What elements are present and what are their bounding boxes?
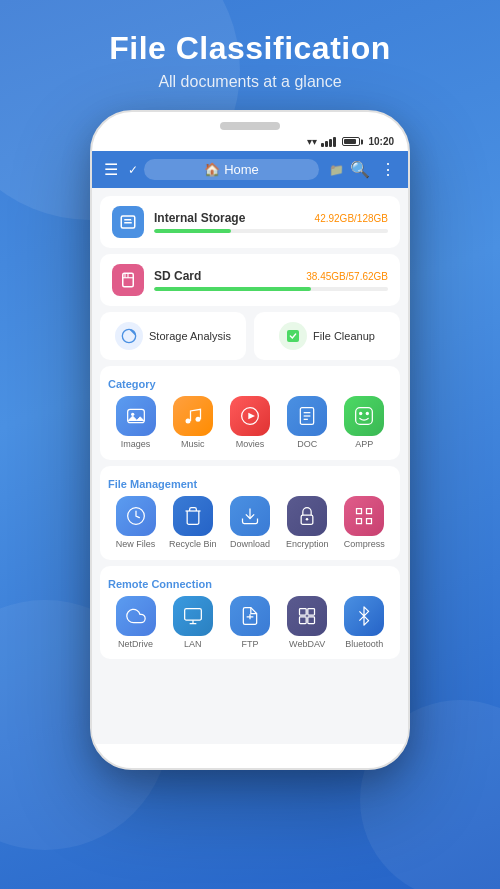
bluetooth-icon xyxy=(344,596,384,636)
svg-point-13 xyxy=(195,417,200,422)
status-bar: ▾▾ 10:20 xyxy=(92,130,408,151)
file-management-grid: New Files Recycle Bin Download xyxy=(108,496,392,550)
more-icon[interactable]: ⋮ xyxy=(380,160,396,179)
category-app[interactable]: APP xyxy=(338,396,390,450)
internal-storage-size: 42.92GB/128GB xyxy=(315,213,388,224)
ftp-label: FTP xyxy=(241,639,258,650)
svg-marker-15 xyxy=(248,413,255,420)
remote-connection-section: Remote Connection NetDrive LAN xyxy=(100,566,400,660)
header-section: File Classification All documents at a g… xyxy=(0,0,500,91)
folder-icon: 📁 xyxy=(329,163,344,177)
internal-storage-card[interactable]: Internal Storage 42.92GB/128GB xyxy=(100,196,400,248)
bluetooth-label: Bluetooth xyxy=(345,639,383,650)
phone-mockup: ▾▾ 10:20 ☰ ✓ 🏠 Home 📁 🔍 ⋮ xyxy=(90,110,410,770)
svg-rect-34 xyxy=(300,616,307,623)
app-icon xyxy=(344,396,384,436)
compress-icon xyxy=(344,496,384,536)
file-cleanup-label: File Cleanup xyxy=(313,330,375,342)
phone-content: Internal Storage 42.92GB/128GB xyxy=(92,188,408,744)
search-icon[interactable]: 🔍 xyxy=(350,160,370,179)
svg-point-26 xyxy=(306,518,309,521)
remote-connection-label: Remote Connection xyxy=(108,578,392,590)
svg-point-22 xyxy=(366,412,369,415)
svg-rect-2 xyxy=(124,222,132,224)
internal-storage-info: Internal Storage 42.92GB/128GB xyxy=(154,211,388,233)
check-icon[interactable]: ✓ xyxy=(128,163,138,177)
lan-label: LAN xyxy=(184,639,202,650)
file-cleanup-button[interactable]: File Cleanup xyxy=(254,312,400,360)
internal-storage-icon xyxy=(112,206,144,238)
encryption-item[interactable]: Encryption xyxy=(281,496,333,550)
home-label: Home xyxy=(224,162,259,177)
internal-storage-bar xyxy=(154,229,388,233)
movies-icon xyxy=(230,396,270,436)
encryption-label: Encryption xyxy=(286,539,329,550)
page-subtitle: All documents at a glance xyxy=(0,73,500,91)
category-music[interactable]: Music xyxy=(167,396,219,450)
category-movies[interactable]: Movies xyxy=(224,396,276,450)
file-management-label: File Management xyxy=(108,478,392,490)
new-files-label: New Files xyxy=(116,539,156,550)
internal-storage-fill xyxy=(154,229,231,233)
svg-rect-20 xyxy=(356,408,373,425)
internal-storage-name: Internal Storage xyxy=(154,211,245,225)
webdav-item[interactable]: WebDAV xyxy=(281,596,333,650)
svg-point-21 xyxy=(359,412,362,415)
category-images[interactable]: Images xyxy=(110,396,162,450)
svg-rect-1 xyxy=(124,219,132,221)
netdrive-item[interactable]: NetDrive xyxy=(110,596,162,650)
app-bar: ☰ ✓ 🏠 Home 📁 🔍 ⋮ xyxy=(92,151,408,188)
sdcard-storage-name: SD Card xyxy=(154,269,201,283)
menu-icon[interactable]: ☰ xyxy=(104,160,118,179)
doc-icon xyxy=(287,396,327,436)
file-management-section: File Management New Files Recycle Bin xyxy=(100,466,400,560)
svg-rect-35 xyxy=(308,616,315,623)
images-icon xyxy=(116,396,156,436)
ftp-icon xyxy=(230,596,270,636)
lan-item[interactable]: LAN xyxy=(167,596,219,650)
download-item[interactable]: Download xyxy=(224,496,276,550)
sdcard-storage-bar xyxy=(154,287,388,291)
encryption-icon xyxy=(287,496,327,536)
netdrive-icon xyxy=(116,596,156,636)
sdcard-storage-info: SD Card 38.45GB/57.62GB xyxy=(154,269,388,291)
recycle-bin-item[interactable]: Recycle Bin xyxy=(167,496,219,550)
bluetooth-item[interactable]: Bluetooth xyxy=(338,596,390,650)
storage-analysis-icon xyxy=(115,322,143,350)
ftp-item[interactable]: FTP xyxy=(224,596,276,650)
sdcard-storage-size: 38.45GB/57.62GB xyxy=(306,271,388,282)
recycle-bin-icon xyxy=(173,496,213,536)
new-files-icon xyxy=(116,496,156,536)
new-files-item[interactable]: New Files xyxy=(110,496,162,550)
category-section: Category Images Music xyxy=(100,366,400,460)
music-icon xyxy=(173,396,213,436)
category-grid: Images Music Movies xyxy=(108,396,392,450)
movies-label: Movies xyxy=(236,439,265,450)
compress-item[interactable]: Compress xyxy=(338,496,390,550)
webdav-label: WebDAV xyxy=(289,639,325,650)
quick-actions: Storage Analysis File Cleanup xyxy=(100,312,400,360)
phone-body: ▾▾ 10:20 ☰ ✓ 🏠 Home 📁 🔍 ⋮ xyxy=(90,110,410,770)
download-icon xyxy=(230,496,270,536)
wifi-icon: ▾▾ xyxy=(307,136,317,147)
remote-connection-grid: NetDrive LAN FTP xyxy=(108,596,392,650)
home-button[interactable]: 🏠 Home xyxy=(144,159,319,180)
webdav-icon xyxy=(287,596,327,636)
images-label: Images xyxy=(121,439,151,450)
category-doc[interactable]: DOC xyxy=(281,396,333,450)
download-label: Download xyxy=(230,539,270,550)
doc-label: DOC xyxy=(297,439,317,450)
svg-point-12 xyxy=(185,419,190,424)
signal-bars xyxy=(321,137,336,147)
app-label: APP xyxy=(355,439,373,450)
phone-notch xyxy=(220,122,280,130)
page-title: File Classification xyxy=(0,30,500,67)
category-label: Category xyxy=(108,378,392,390)
sdcard-storage-card[interactable]: SD Card 38.45GB/57.62GB xyxy=(100,254,400,306)
status-time: 10:20 xyxy=(368,136,394,147)
svg-rect-33 xyxy=(308,608,315,615)
storage-analysis-button[interactable]: Storage Analysis xyxy=(100,312,246,360)
home-icon: 🏠 xyxy=(204,162,220,177)
storage-analysis-label: Storage Analysis xyxy=(149,330,231,342)
svg-rect-32 xyxy=(300,608,307,615)
